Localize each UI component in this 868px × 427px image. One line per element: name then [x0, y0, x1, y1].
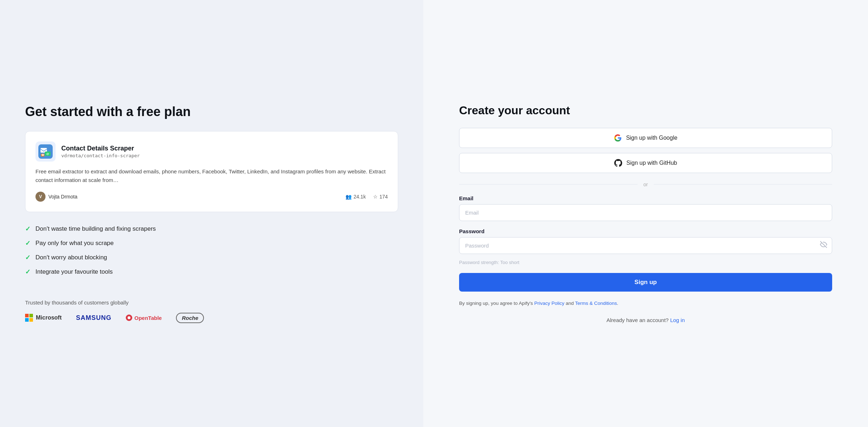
users-stat: 👥 24.1k: [345, 194, 366, 200]
password-input[interactable]: [459, 237, 832, 254]
stars-stat: ☆ 174: [373, 194, 388, 200]
privacy-policy-link[interactable]: Privacy Policy: [534, 301, 564, 306]
feature-item-2: ✓ Pay only for what you scrape: [25, 239, 398, 247]
password-label: Password: [459, 228, 832, 234]
feature-item-3: ✓ Don't worry about blocking: [25, 254, 398, 262]
microsoft-label: Microsoft: [36, 315, 62, 321]
signup-button-label: Sign up: [634, 279, 657, 286]
email-input[interactable]: [459, 204, 832, 221]
feature-item-4: ✓ Integrate your favourite tools: [25, 268, 398, 276]
actor-author: V Vojta Drmota: [35, 192, 77, 202]
features-list: ✓ Don't waste time building and fixing s…: [25, 225, 398, 282]
feature-text-1: Don't waste time building and fixing scr…: [35, 225, 156, 232]
login-text: Already have an account? Log in: [459, 317, 832, 323]
logos-row: Microsoft SAMSUNG OpenTable Roche: [25, 313, 398, 323]
signup-button[interactable]: Sign up: [459, 273, 832, 292]
opentable-dot-icon: [126, 315, 132, 321]
actor-stats: 👥 24.1k ☆ 174: [345, 194, 388, 200]
trusted-title: Trusted by thousands of customers global…: [25, 299, 398, 306]
users-count: 24.1k: [353, 194, 366, 200]
login-link[interactable]: Log in: [670, 317, 685, 323]
password-wrapper: [459, 237, 832, 254]
star-icon: ☆: [373, 194, 378, 200]
logo-opentable: OpenTable: [126, 315, 162, 321]
users-icon: 👥: [345, 194, 352, 200]
terms-text: By signing up, you agree to Apify's Priv…: [459, 299, 832, 307]
stars-count: 174: [380, 194, 388, 200]
opentable-label: OpenTable: [134, 315, 162, 321]
author-name: Vojta Drmota: [48, 194, 77, 200]
trusted-section: Trusted by thousands of customers global…: [25, 299, 398, 323]
terms-middle: and: [564, 301, 575, 306]
check-icon-4: ✓: [25, 268, 30, 276]
terms-conditions-link[interactable]: Terms & Conditions: [575, 301, 617, 306]
feature-text-4: Integrate your favourite tools: [35, 268, 113, 275]
logo-samsung: SAMSUNG: [76, 314, 111, 322]
logo-roche: Roche: [176, 313, 204, 323]
password-strength-text: Password strength: Too short: [459, 260, 832, 265]
github-signup-label: Sign up with GitHub: [626, 160, 677, 166]
left-panel: Get started with a free plan @ ☎ Contact…: [0, 0, 423, 427]
google-icon: [614, 134, 622, 142]
main-title: Get started with a free plan: [25, 104, 398, 119]
email-label: Email: [459, 195, 832, 201]
actor-icon: @ ☎: [35, 141, 56, 162]
logo-microsoft: Microsoft: [25, 314, 62, 322]
feature-text-3: Don't worry about blocking: [35, 254, 107, 261]
actor-card: @ ☎ Contact Details Scraper vdrmota/cont…: [25, 131, 398, 212]
author-avatar: V: [35, 192, 46, 202]
actor-slug: vdrmota/contact-info-scraper: [61, 153, 140, 158]
or-divider: or: [459, 182, 832, 187]
google-signup-label: Sign up with Google: [626, 135, 677, 141]
actor-header: @ ☎ Contact Details Scraper vdrmota/cont…: [35, 141, 388, 162]
actor-description: Free email extractor to extract and down…: [35, 167, 388, 184]
microsoft-grid-icon: [25, 314, 33, 322]
svg-text:☎: ☎: [41, 154, 44, 156]
google-signup-button[interactable]: Sign up with Google: [459, 128, 832, 148]
actor-info: Contact Details Scraper vdrmota/contact-…: [61, 145, 140, 158]
login-prefix: Already have an account?: [606, 317, 670, 323]
github-icon: [614, 159, 622, 167]
check-icon-2: ✓: [25, 239, 30, 247]
actor-title: Contact Details Scraper: [61, 145, 140, 152]
terms-prefix: By signing up, you agree to Apify's: [459, 301, 534, 306]
github-signup-button[interactable]: Sign up with GitHub: [459, 153, 832, 173]
terms-suffix: .: [617, 301, 619, 306]
feature-text-2: Pay only for what you scrape: [35, 240, 114, 247]
create-account-title: Create your account: [459, 104, 832, 117]
feature-item-1: ✓ Don't waste time building and fixing s…: [25, 225, 398, 233]
right-panel: Create your account Sign up with Google …: [423, 0, 868, 427]
actor-footer: V Vojta Drmota 👥 24.1k ☆ 174: [35, 192, 388, 202]
or-text: or: [643, 182, 648, 187]
svg-text:@: @: [46, 152, 49, 155]
password-toggle-icon[interactable]: [820, 241, 827, 250]
check-icon-1: ✓: [25, 225, 30, 233]
check-icon-3: ✓: [25, 254, 30, 262]
